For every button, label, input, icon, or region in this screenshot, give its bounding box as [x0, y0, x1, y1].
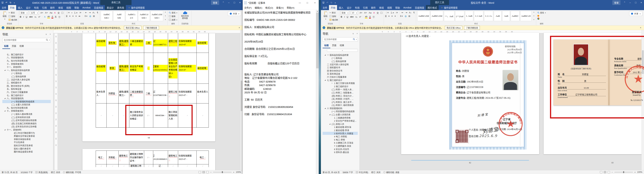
- superscript-icon[interactable]: x²: [359, 16, 361, 18]
- style-item[interactable]: AaBbCcDd: [430, 11, 443, 21]
- undo-icon[interactable]: ↶: [6, 1, 8, 4]
- shading-icon[interactable]: ◍: [89, 15, 91, 17]
- style-item[interactable]: 1. AaB: [465, 11, 474, 21]
- table-cell[interactable]: /: [144, 53, 153, 83]
- table-cell[interactable]: 电工: [196, 151, 209, 164]
- table-cell[interactable]: 李涛: [107, 53, 118, 83]
- minimize-icon[interactable]: –: [627, 0, 633, 5]
- read-mode-icon[interactable]: [199, 171, 201, 173]
- zoom-slider[interactable]: [614, 172, 633, 172]
- align-left-icon[interactable]: ≡: [66, 15, 68, 17]
- nav-heading-item[interactable]: (七) 附表六: 临时用地表: [322, 104, 358, 107]
- table-cell[interactable]: 建筑(建筑施工): [118, 53, 129, 83]
- nav-heading-item[interactable]: ▷1 施工方案与技术措施: [322, 81, 358, 85]
- expand-icon[interactable]: ◢: [4, 69, 7, 71]
- expand-icon[interactable]: ▷: [332, 82, 334, 84]
- learn-more-button[interactable]: 了解详细信息: [143, 26, 159, 30]
- nav-options-icon[interactable]: ∨: [352, 32, 354, 35]
- expand-icon[interactable]: ◢: [324, 108, 327, 109]
- expand-icon[interactable]: ◢: [4, 129, 7, 130]
- table-cell[interactable]: [107, 104, 118, 127]
- notepad-text-area[interactable]: 长城钻探钻具公司2025年度辽河基地钻具摆放场地硬化项目招标编号: GWDC-N…: [243, 10, 316, 174]
- bullets-icon[interactable]: ⋮≡: [385, 11, 389, 14]
- ribbon-tab[interactable]: 帮助: [73, 5, 81, 10]
- text-highlight-icon[interactable]: ab: [365, 15, 368, 18]
- ribbon-display-icon[interactable]: ⌃: [622, 0, 627, 5]
- nav-heading-item[interactable]: (六) 附表五: 施工总平...: [322, 101, 358, 104]
- distribute-icon[interactable]: ⇹: [78, 15, 80, 17]
- zoom-in-icon[interactable]: +: [634, 171, 636, 173]
- cut-button[interactable]: ✂剪切: [8, 11, 17, 14]
- underline-icon[interactable]: U: [346, 16, 348, 18]
- nav-heading-item[interactable]: 1 二级建造师资格: [322, 116, 358, 119]
- style-item[interactable]: AaBbCcI标题 3: [138, 11, 150, 21]
- nav-heading-item[interactable]: 7 土建质量员-张良: [322, 144, 358, 147]
- grow-font-icon[interactable]: A˄: [360, 12, 362, 14]
- nav-search-input[interactable]: [322, 37, 358, 42]
- subscript-icon[interactable]: x₂: [356, 16, 358, 18]
- borders-icon[interactable]: ⊞: [408, 15, 410, 17]
- enclose-char-icon[interactable]: ㊉: [58, 15, 60, 18]
- style-item[interactable]: 一、AaE: [444, 11, 454, 21]
- nav-heading-item[interactable]: 四、联合体协议书 (如有): [2, 84, 51, 88]
- close-warning-icon[interactable]: ×: [639, 26, 642, 29]
- change-case-icon[interactable]: Aa: [50, 12, 52, 14]
- table-cell[interactable]: 辽: [153, 164, 168, 167]
- notepad-scrollbar[interactable]: ▲: [316, 10, 319, 174]
- table-cell[interactable]: 社保有效期至2025-07: [178, 84, 196, 103]
- nav-heading-item[interactable]: 十一、其他材料: [2, 65, 51, 68]
- table-cell[interactable]: 梁东海: [107, 33, 118, 53]
- save-icon[interactable]: [322, 2, 324, 3]
- shading-icon[interactable]: ◍: [404, 15, 407, 17]
- text-effects-icon[interactable]: A: [44, 16, 46, 18]
- table-cell[interactable]: 社保有效期至2025-07: [178, 53, 196, 83]
- personnel-table-continued[interactable]: 电工洪荣彪建筑电工建筑施工特种作业操作操作证书/辽L012010006813建筑…: [96, 150, 209, 167]
- nav-options-icon[interactable]: ∨: [46, 33, 47, 35]
- table-cell[interactable]: 技术负责人: [196, 84, 209, 103]
- find-button[interactable]: 查找: [537, 11, 546, 14]
- italic-icon[interactable]: I: [344, 16, 345, 18]
- style-item[interactable]: 1.1 AaE: [474, 11, 484, 21]
- nav-heading-item[interactable]: 五、投标保证金: [2, 88, 51, 91]
- numbering-icon[interactable]: ⒈≡: [74, 11, 78, 14]
- bold-icon[interactable]: B: [340, 16, 342, 18]
- nav-heading-item[interactable]: 5 电工-李明: [322, 138, 358, 141]
- bullets-icon[interactable]: ⋮≡: [66, 11, 70, 14]
- nav-heading-item[interactable]: 8 安全员-闫汝杰: [322, 147, 358, 151]
- undo-icon[interactable]: ↶: [326, 1, 328, 4]
- copy-button[interactable]: 复制: [8, 15, 17, 18]
- document-page-82[interactable]: •3 技术负责人-刘德宝 使用有效期: 2025年06月09日 2025年12月…: [401, 33, 539, 154]
- nav-heading-item[interactable]: ◢(二) 主要人员简历表: [322, 113, 358, 116]
- page-indicator[interactable]: 第 83 页, 共 426 页: [322, 171, 340, 174]
- table-cell[interactable]: [196, 104, 209, 127]
- expand-icon[interactable]: ◢: [329, 123, 332, 125]
- ribbon-tab[interactable]: 开始: [8, 5, 16, 10]
- borders-icon[interactable]: ⊞: [93, 15, 95, 17]
- nav-heading-item[interactable]: (一) 投标函: [322, 56, 358, 60]
- nav-heading-item[interactable]: 九、拟分包项目情况表: [2, 106, 51, 109]
- builder-certificate-image[interactable]: 使用有效期: 2025年06月09日 2025年12月06日: [449, 40, 526, 149]
- scroll-up-icon[interactable]: ▲: [316, 10, 319, 13]
- char-shading-icon[interactable]: A: [55, 16, 57, 18]
- close-warning-icon[interactable]: ×: [238, 26, 241, 29]
- enclose-char-icon[interactable]: ㊉: [372, 15, 375, 18]
- table-cell[interactable]: 建筑(建筑施工): [118, 33, 129, 53]
- nav-heading-item[interactable]: (一) 项目管理机构组成表: [2, 100, 51, 103]
- table-cell[interactable]: 建筑施工特: [129, 164, 144, 167]
- nav-heading-item[interactable]: 3 技术负责人-刘德宝: [322, 132, 358, 135]
- table-cell[interactable]: 电工: [96, 151, 107, 164]
- paste-button[interactable]: 粘贴: [2, 11, 8, 21]
- table-cell[interactable]: 建筑(建筑施工): [118, 84, 129, 103]
- buy-office-button[interactable]: 购买正版 Office: [445, 26, 462, 30]
- style-item[interactable]: AaBbCcDd标题 4: [150, 11, 163, 21]
- style-item[interactable]: AaBbCcD: [520, 11, 532, 21]
- qat-caret-icon[interactable]: [334, 1, 336, 4]
- ribbon-tab[interactable]: 引用: [361, 5, 369, 10]
- track-changes-indicator[interactable]: 修订: 关闭: [51, 171, 60, 174]
- maximize-icon[interactable]: □: [304, 0, 311, 6]
- save-to-baidu-button[interactable]: 保存到百度网盘: [180, 11, 190, 20]
- shrink-font-icon[interactable]: A˅: [45, 12, 48, 14]
- align-center-icon[interactable]: ≡: [69, 15, 71, 17]
- nav-heading-item[interactable]: ◢八、项目管理机构: [2, 97, 51, 100]
- nav-heading-item[interactable]: 质量安全环保记录承诺: [2, 134, 51, 138]
